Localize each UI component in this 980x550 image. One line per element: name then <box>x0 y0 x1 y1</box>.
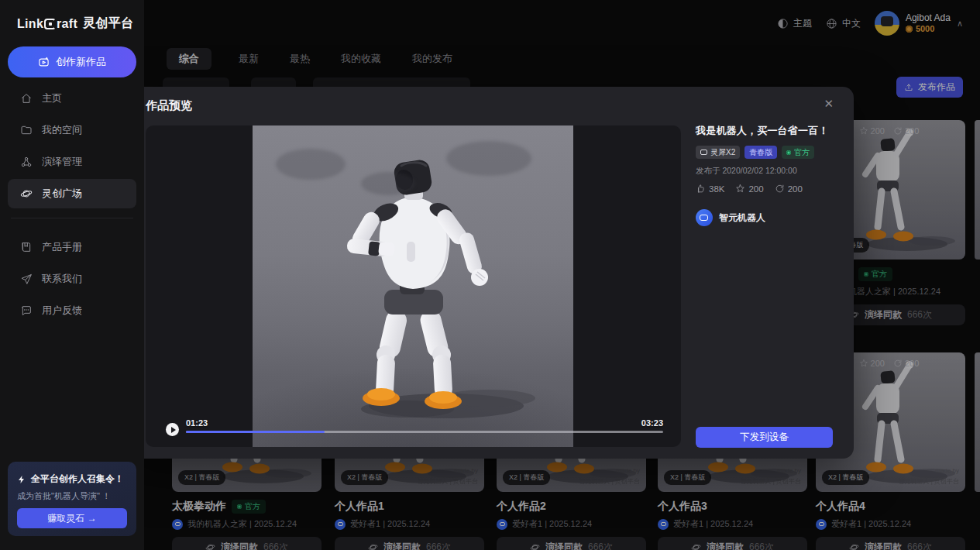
work-title: 我是机器人，买一台省一百！ <box>696 124 834 138</box>
star-icon <box>735 184 745 194</box>
author-avatar-icon <box>696 209 713 226</box>
video-frame <box>253 125 573 447</box>
brand-text-pre: Link <box>17 17 43 31</box>
creator-recruit-banner: 全平台创作人召集令！ 成为首批"机器人导演" ！ 赚取灵石 → <box>8 462 136 536</box>
like-button[interactable]: 38K <box>696 184 724 194</box>
official-badge: 官方 <box>782 146 814 159</box>
current-time: 01:23 <box>186 418 208 428</box>
official-label: 官方 <box>794 147 810 158</box>
sidebar-item-lingchuang-plaza[interactable]: 灵创广场 <box>8 179 136 208</box>
sidebar-item-label: 产品手册 <box>42 240 82 254</box>
sidebar-item-label: 用户反馈 <box>42 304 82 318</box>
close-icon[interactable]: ✕ <box>824 97 834 111</box>
like-count: 38K <box>709 184 724 194</box>
star-button[interactable]: 200 <box>735 184 763 194</box>
brand-logo: Linkraft 灵创平台 <box>17 15 133 32</box>
total-time: 03:23 <box>641 418 663 428</box>
feedback-icon <box>20 304 33 317</box>
promo-subtitle: 成为首批"机器人导演" ！ <box>17 490 127 502</box>
sidebar-item-my-space[interactable]: 我的空间 <box>8 115 136 145</box>
progress-bar[interactable] <box>186 431 663 433</box>
sidebar-item-contact-us[interactable]: 联系我们 <box>8 264 136 294</box>
model-badge-label: 灵犀X2 <box>710 147 735 158</box>
brand-c-icon <box>44 19 56 29</box>
brand-text-cn: 灵创平台 <box>83 15 133 32</box>
deploy-to-device-button[interactable]: 下发到设备 <box>696 427 833 448</box>
promo-title: 全平台创作人召集令！ <box>31 473 124 486</box>
sidebar-item-home[interactable]: 主页 <box>8 84 136 113</box>
send-icon <box>20 273 33 285</box>
edition-badge: 青春版 <box>744 146 777 159</box>
brand-text-post: raft <box>57 17 77 31</box>
nodes-icon <box>20 156 33 168</box>
sidebar-item-label: 演绎管理 <box>42 155 82 169</box>
like-icon <box>696 184 706 194</box>
progress-fill <box>186 431 325 433</box>
book-icon <box>20 241 33 253</box>
sidebar-item-label: 我的空间 <box>42 123 82 137</box>
share-count: 200 <box>788 184 803 194</box>
star-count: 200 <box>748 184 763 194</box>
work-stats: 38K 200 200 <box>696 184 834 194</box>
author-name: 智元机器人 <box>719 211 765 225</box>
play-button[interactable] <box>166 423 179 436</box>
official-dot-icon <box>786 150 791 155</box>
folder-icon <box>20 124 33 136</box>
sidebar-item-label: 灵创广场 <box>42 187 82 201</box>
earn-lingstone-button[interactable]: 赚取灵石 → <box>17 508 127 528</box>
modal-title: 作品预览 <box>146 98 192 113</box>
sidebar-divider <box>11 218 133 218</box>
share-icon <box>775 184 785 194</box>
create-new-work-button[interactable]: 创作新作品 <box>8 46 136 77</box>
share-button[interactable]: 200 <box>775 184 803 194</box>
work-info-panel: 我是机器人，买一台省一百！ 灵犀X2 青春版 官方 发布于 2020/02/02… <box>696 124 834 226</box>
screen-icon <box>700 150 707 155</box>
work-preview-modal: 作品预览 ✕ <box>126 87 854 459</box>
sidebar-item-label: 主页 <box>42 91 62 105</box>
author-row[interactable]: 智元机器人 <box>696 209 834 226</box>
publish-date: 发布于 2020/02/02 12:00:00 <box>696 166 834 177</box>
sidebar: Linkraft 灵创平台 创作新作品 主页 我的空间 演绎管理 灵创广场 产品… <box>0 0 144 550</box>
planet-icon <box>20 187 33 200</box>
create-video-icon <box>38 57 50 68</box>
sidebar-item-label: 联系我们 <box>42 272 82 286</box>
home-icon <box>20 92 33 105</box>
sidebar-item-performance-management[interactable]: 演绎管理 <box>8 147 136 177</box>
video-player[interactable]: 01:23 03:23 <box>146 125 681 447</box>
create-label: 创作新作品 <box>56 55 106 69</box>
model-badge: 灵犀X2 <box>696 146 740 159</box>
sidebar-item-user-feedback[interactable]: 用户反馈 <box>8 296 136 325</box>
sidebar-item-product-manual[interactable]: 产品手册 <box>8 232 136 262</box>
lightning-icon <box>17 475 26 484</box>
